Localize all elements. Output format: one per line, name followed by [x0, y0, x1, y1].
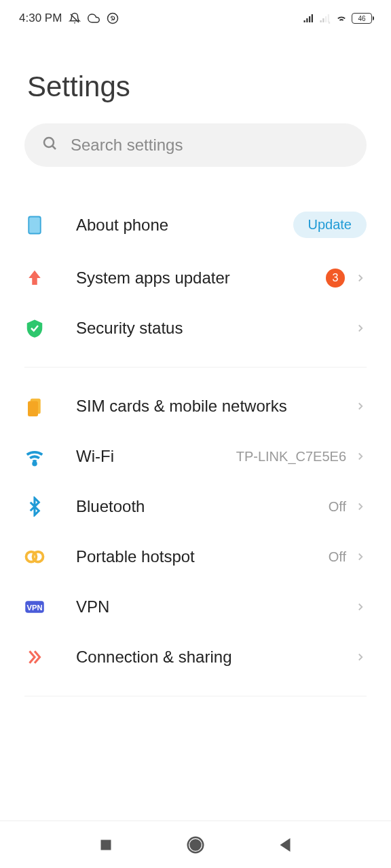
- hotspot-icon: [24, 547, 45, 567]
- setting-security[interactable]: Security status: [0, 303, 391, 353]
- chevron-right-icon: [354, 601, 367, 613]
- chevron-right-icon: [354, 322, 367, 334]
- setting-label: VPN: [76, 597, 354, 616]
- setting-value: Off: [329, 549, 346, 565]
- svg-rect-3: [309, 16, 310, 22]
- battery-icon: 46: [352, 13, 372, 24]
- update-badge[interactable]: Update: [293, 212, 367, 238]
- sim-icon: [24, 396, 45, 416]
- setting-label: About phone: [76, 216, 293, 235]
- setting-label: Portable hotspot: [76, 547, 329, 566]
- chevron-right-icon: [354, 272, 367, 284]
- setting-label: SIM cards & mobile networks: [76, 397, 354, 416]
- svg-line-11: [52, 146, 56, 149]
- svg-rect-20: [101, 840, 111, 850]
- setting-value: TP-LINK_C7E5E6: [236, 449, 346, 465]
- shield-icon: [24, 318, 45, 338]
- svg-point-17: [33, 552, 43, 562]
- arrow-up-icon: [24, 268, 45, 288]
- chevron-right-icon: [354, 651, 367, 663]
- svg-rect-4: [312, 14, 313, 22]
- setting-value: Off: [329, 499, 346, 515]
- phone-icon: [24, 215, 45, 235]
- page-title: Settings: [0, 37, 391, 123]
- svg-point-10: [44, 138, 54, 147]
- bluetooth-icon: [24, 496, 45, 517]
- svg-text:VPN: VPN: [26, 604, 42, 612]
- setting-connection[interactable]: Connection & sharing: [0, 632, 391, 682]
- signal-icon: [303, 12, 315, 24]
- svg-rect-1: [304, 20, 305, 22]
- svg-rect-14: [28, 401, 38, 417]
- wifi-status-icon: [335, 12, 348, 24]
- svg-rect-6: [322, 18, 324, 22]
- search-icon: [42, 136, 58, 155]
- svg-text:x: x: [329, 20, 331, 24]
- wifi-icon: [24, 446, 45, 467]
- svg-point-0: [108, 14, 118, 24]
- chevron-right-icon: [354, 400, 367, 412]
- divider: [24, 696, 367, 696]
- setting-vpn[interactable]: VPN VPN: [0, 582, 391, 632]
- svg-rect-5: [320, 20, 322, 22]
- pinterest-icon: [107, 12, 119, 24]
- chevron-right-icon: [354, 500, 367, 513]
- recent-apps-button[interactable]: [96, 835, 116, 855]
- vpn-icon: VPN: [24, 597, 45, 617]
- svg-point-22: [191, 840, 201, 850]
- setting-system-apps[interactable]: System apps updater 3: [0, 253, 391, 303]
- svg-rect-7: [325, 16, 327, 22]
- svg-rect-12: [29, 216, 41, 233]
- notification-mute-icon: [69, 12, 81, 24]
- chevron-right-icon: [354, 450, 367, 462]
- svg-rect-2: [306, 18, 308, 22]
- search-bar[interactable]: Search settings: [24, 123, 367, 167]
- setting-label: System apps updater: [76, 269, 326, 288]
- chevron-right-icon: [354, 551, 367, 563]
- setting-sim[interactable]: SIM cards & mobile networks: [0, 381, 391, 431]
- search-placeholder: Search settings: [71, 136, 183, 155]
- setting-wifi[interactable]: Wi-Fi TP-LINK_C7E5E6: [0, 431, 391, 481]
- setting-label: Security status: [76, 319, 354, 338]
- setting-label: Wi-Fi: [76, 447, 236, 466]
- setting-label: Bluetooth: [76, 497, 329, 516]
- status-bar: 4:30 PM x 46: [0, 0, 391, 37]
- setting-hotspot[interactable]: Portable hotspot Off: [0, 532, 391, 582]
- back-button[interactable]: [275, 835, 295, 855]
- setting-about-phone[interactable]: About phone Update: [0, 197, 391, 253]
- divider: [24, 367, 367, 368]
- setting-bluetooth[interactable]: Bluetooth Off: [0, 481, 391, 532]
- setting-label: Connection & sharing: [76, 648, 354, 667]
- svg-point-15: [33, 462, 36, 465]
- nav-bar: [0, 821, 391, 868]
- home-button[interactable]: [185, 835, 206, 855]
- share-icon: [24, 647, 45, 667]
- status-time: 4:30 PM: [19, 12, 62, 25]
- cloud-icon: [88, 12, 100, 24]
- signal-weak-icon: x: [319, 12, 331, 24]
- count-badge: 3: [326, 269, 345, 288]
